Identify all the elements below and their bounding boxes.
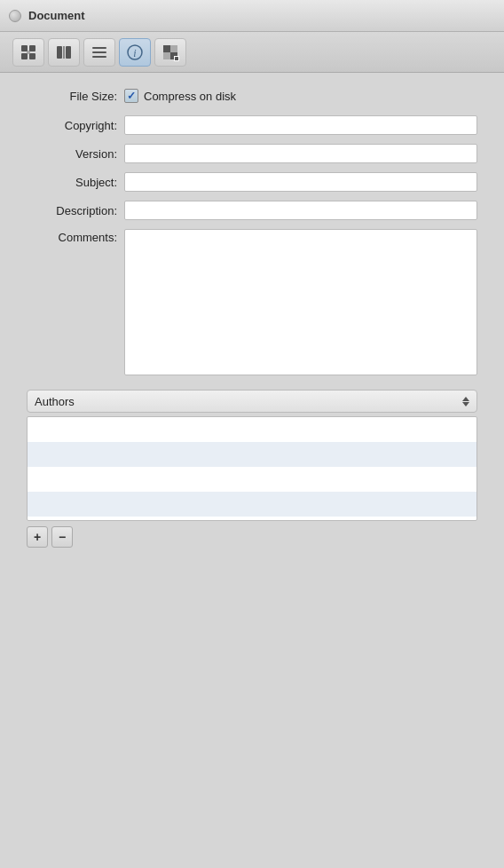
svg-rect-8 — [63, 46, 65, 59]
description-label: Description: — [27, 204, 124, 217]
list-item — [28, 417, 476, 442]
svg-rect-14 — [163, 45, 170, 52]
version-label: Version: — [27, 147, 124, 161]
bottom-buttons: + − — [27, 526, 477, 548]
svg-rect-5 — [28, 51, 29, 54]
compress-checkbox-container[interactable]: ✓ Compress on disk — [124, 89, 236, 103]
svg-rect-7 — [66, 46, 71, 59]
checkmark-icon: ✓ — [127, 91, 136, 101]
svg-rect-3 — [29, 53, 35, 59]
title-bar: Document — [0, 0, 504, 32]
comments-textarea[interactable] — [124, 229, 477, 375]
svg-text:i: i — [133, 47, 136, 59]
window-control — [9, 10, 21, 22]
svg-rect-2 — [21, 53, 28, 59]
grid-icon-btn[interactable] — [12, 38, 44, 67]
svg-rect-0 — [21, 45, 28, 51]
list-icon — [91, 43, 108, 61]
version-row: Version: — [27, 144, 477, 163]
svg-rect-10 — [92, 51, 106, 53]
svg-rect-15 — [170, 45, 177, 52]
compress-label: Compress on disk — [144, 90, 236, 103]
toolbar: i — [0, 32, 504, 73]
subject-label: Subject: — [27, 176, 124, 189]
columns-icon — [55, 43, 73, 61]
filesize-label: File Size: — [27, 90, 124, 103]
window-title: Document — [28, 9, 85, 22]
checkerboard-icon-btn[interactable] — [154, 38, 186, 67]
list-item — [28, 467, 476, 492]
svg-rect-19 — [175, 57, 178, 60]
comments-label: Comments: — [27, 229, 124, 244]
info-icon: i — [126, 43, 144, 61]
add-author-button[interactable]: + — [27, 526, 48, 548]
columns-icon-btn[interactable] — [48, 38, 80, 67]
compress-checkbox[interactable]: ✓ — [124, 89, 138, 103]
subject-row: Subject: — [27, 172, 477, 192]
svg-rect-11 — [92, 56, 106, 58]
authors-dropdown[interactable]: Authors — [27, 390, 477, 413]
comments-row: Comments: — [27, 229, 477, 375]
copyright-label: Copyright: — [27, 119, 124, 132]
subject-input[interactable] — [124, 172, 477, 192]
svg-rect-6 — [57, 46, 62, 59]
authors-section: Authors + − — [27, 390, 477, 548]
description-row: Description: — [27, 201, 477, 220]
authors-dropdown-arrow-icon — [462, 397, 469, 406]
authors-list[interactable] — [27, 416, 477, 521]
remove-author-button[interactable]: − — [51, 526, 73, 548]
main-content: File Size: ✓ Compress on disk Copyright:… — [0, 73, 504, 565]
list-item — [28, 492, 476, 517]
list-icon-btn[interactable] — [83, 38, 115, 67]
copyright-row: Copyright: — [27, 115, 477, 135]
svg-rect-16 — [163, 52, 170, 59]
list-item — [28, 442, 476, 467]
copyright-input[interactable] — [124, 115, 477, 135]
info-icon-btn[interactable]: i — [119, 38, 151, 67]
description-input[interactable] — [124, 201, 477, 220]
filesize-row: File Size: ✓ Compress on disk — [27, 89, 477, 103]
svg-rect-9 — [92, 47, 106, 49]
svg-rect-1 — [29, 45, 35, 51]
grid-icon — [20, 43, 37, 61]
authors-dropdown-label: Authors — [35, 395, 75, 408]
checkerboard-icon — [161, 43, 179, 61]
version-input[interactable] — [124, 144, 477, 163]
authors-select-row: Authors — [27, 390, 477, 413]
